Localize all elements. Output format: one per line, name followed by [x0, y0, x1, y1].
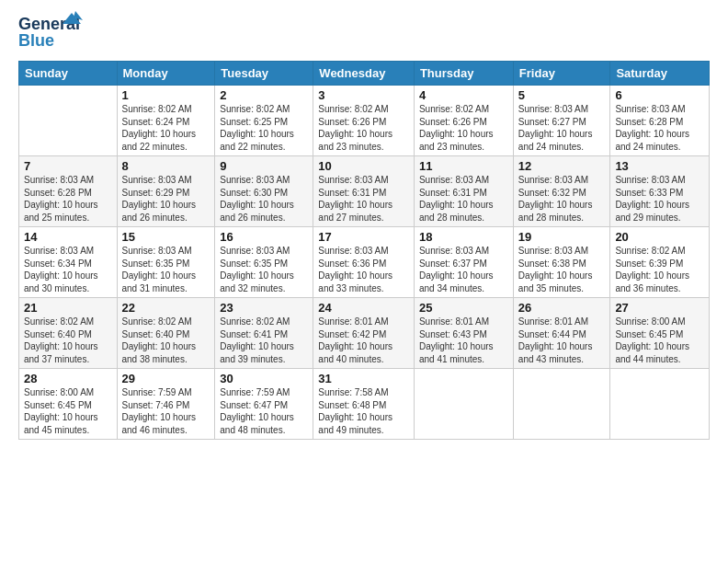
day-info: Sunrise: 8:00 AMSunset: 6:45 PMDaylight:… [24, 386, 112, 436]
day-info: Sunrise: 8:02 AMSunset: 6:26 PMDaylight:… [318, 103, 409, 153]
day-number: 8 [122, 159, 210, 173]
calendar-cell [19, 86, 118, 156]
calendar-cell: 4Sunrise: 8:02 AMSunset: 6:26 PMDaylight… [414, 86, 513, 156]
calendar-cell: 19Sunrise: 8:03 AMSunset: 6:38 PMDayligh… [513, 227, 610, 298]
week-row-1: 1Sunrise: 8:02 AMSunset: 6:24 PMDaylight… [19, 86, 710, 156]
day-info: Sunrise: 7:58 AMSunset: 6:48 PMDaylight:… [318, 386, 409, 436]
calendar-cell: 23Sunrise: 8:02 AMSunset: 6:41 PMDayligh… [215, 298, 313, 369]
calendar-cell: 27Sunrise: 8:00 AMSunset: 6:45 PMDayligh… [610, 298, 710, 369]
day-info: Sunrise: 7:59 AMSunset: 7:46 PMDaylight:… [122, 386, 210, 436]
weekday-header-thursday: Thursday [414, 62, 513, 86]
calendar-cell [414, 369, 513, 440]
calendar-cell: 30Sunrise: 7:59 AMSunset: 6:47 PMDayligh… [215, 369, 313, 440]
day-number: 24 [318, 301, 409, 315]
day-number: 25 [419, 301, 508, 315]
day-number: 7 [24, 159, 112, 173]
day-number: 19 [518, 230, 606, 244]
day-number: 15 [122, 230, 210, 244]
calendar-cell [513, 369, 610, 440]
day-info: Sunrise: 8:03 AMSunset: 6:35 PMDaylight:… [220, 245, 308, 294]
day-info: Sunrise: 8:03 AMSunset: 6:37 PMDaylight:… [419, 245, 508, 294]
day-number: 17 [318, 230, 409, 244]
day-info: Sunrise: 7:59 AMSunset: 6:47 PMDaylight:… [220, 386, 308, 436]
day-number: 16 [220, 230, 308, 244]
day-number: 26 [518, 301, 606, 315]
day-info: Sunrise: 8:00 AMSunset: 6:45 PMDaylight:… [615, 316, 704, 365]
day-info: Sunrise: 8:03 AMSunset: 6:38 PMDaylight:… [518, 245, 606, 294]
weekday-header-sunday: Sunday [19, 62, 118, 86]
day-info: Sunrise: 8:03 AMSunset: 6:33 PMDaylight:… [615, 174, 704, 224]
day-info: Sunrise: 8:03 AMSunset: 6:30 PMDaylight:… [220, 174, 308, 224]
calendar-cell: 13Sunrise: 8:03 AMSunset: 6:33 PMDayligh… [610, 156, 710, 227]
day-number: 5 [518, 88, 606, 102]
calendar-cell: 2Sunrise: 8:02 AMSunset: 6:25 PMDaylight… [215, 86, 313, 156]
day-info: Sunrise: 8:02 AMSunset: 6:40 PMDaylight:… [24, 316, 112, 365]
day-number: 18 [419, 230, 508, 244]
week-row-4: 21Sunrise: 8:02 AMSunset: 6:40 PMDayligh… [19, 298, 710, 369]
day-number: 21 [24, 301, 112, 315]
calendar-cell: 3Sunrise: 8:02 AMSunset: 6:26 PMDaylight… [313, 86, 415, 156]
calendar-cell: 29Sunrise: 7:59 AMSunset: 7:46 PMDayligh… [117, 369, 215, 440]
day-number: 10 [318, 159, 409, 173]
day-info: Sunrise: 8:03 AMSunset: 6:31 PMDaylight:… [318, 174, 409, 224]
calendar-cell: 18Sunrise: 8:03 AMSunset: 6:37 PMDayligh… [414, 227, 513, 298]
day-number: 14 [24, 230, 112, 244]
calendar-cell: 22Sunrise: 8:02 AMSunset: 6:40 PMDayligh… [117, 298, 215, 369]
weekday-header-saturday: Saturday [610, 62, 710, 86]
day-number: 3 [318, 88, 409, 102]
day-info: Sunrise: 8:02 AMSunset: 6:39 PMDaylight:… [615, 245, 704, 294]
day-info: Sunrise: 8:03 AMSunset: 6:35 PMDaylight:… [122, 245, 210, 294]
day-number: 2 [220, 88, 308, 102]
day-info: Sunrise: 8:02 AMSunset: 6:24 PMDaylight:… [122, 103, 210, 153]
calendar-cell: 16Sunrise: 8:03 AMSunset: 6:35 PMDayligh… [215, 227, 313, 298]
day-info: Sunrise: 8:02 AMSunset: 6:40 PMDaylight:… [122, 316, 210, 365]
calendar-cell: 12Sunrise: 8:03 AMSunset: 6:32 PMDayligh… [513, 156, 610, 227]
day-number: 22 [122, 301, 210, 315]
day-info: Sunrise: 8:01 AMSunset: 6:43 PMDaylight:… [419, 316, 508, 365]
day-info: Sunrise: 8:01 AMSunset: 6:42 PMDaylight:… [318, 316, 409, 365]
calendar-cell: 5Sunrise: 8:03 AMSunset: 6:27 PMDaylight… [513, 86, 610, 156]
logo-bird-icon [61, 11, 83, 37]
logo: General Blue [18, 15, 66, 52]
day-info: Sunrise: 8:02 AMSunset: 6:41 PMDaylight:… [220, 316, 308, 365]
day-number: 4 [419, 88, 508, 102]
calendar-cell: 14Sunrise: 8:03 AMSunset: 6:34 PMDayligh… [19, 227, 118, 298]
calendar-cell: 8Sunrise: 8:03 AMSunset: 6:29 PMDaylight… [117, 156, 215, 227]
day-info: Sunrise: 8:03 AMSunset: 6:36 PMDaylight:… [318, 245, 409, 294]
day-number: 20 [615, 230, 704, 244]
day-info: Sunrise: 8:03 AMSunset: 6:27 PMDaylight:… [518, 103, 606, 153]
calendar-cell: 31Sunrise: 7:58 AMSunset: 6:48 PMDayligh… [313, 369, 415, 440]
day-number: 6 [615, 88, 704, 102]
calendar-cell: 28Sunrise: 8:00 AMSunset: 6:45 PMDayligh… [19, 369, 118, 440]
weekday-header-monday: Monday [117, 62, 215, 86]
day-number: 30 [220, 372, 308, 385]
weekday-header-tuesday: Tuesday [215, 62, 313, 86]
day-info: Sunrise: 8:03 AMSunset: 6:32 PMDaylight:… [518, 174, 606, 224]
calendar-cell: 25Sunrise: 8:01 AMSunset: 6:43 PMDayligh… [414, 298, 513, 369]
day-info: Sunrise: 8:03 AMSunset: 6:28 PMDaylight:… [24, 174, 112, 224]
day-number: 28 [24, 372, 112, 385]
day-number: 9 [220, 159, 308, 173]
day-number: 27 [615, 301, 704, 315]
day-info: Sunrise: 8:02 AMSunset: 6:26 PMDaylight:… [419, 103, 508, 153]
calendar-cell: 24Sunrise: 8:01 AMSunset: 6:42 PMDayligh… [313, 298, 415, 369]
calendar-cell: 10Sunrise: 8:03 AMSunset: 6:31 PMDayligh… [313, 156, 415, 227]
week-row-2: 7Sunrise: 8:03 AMSunset: 6:28 PMDaylight… [19, 156, 710, 227]
calendar-cell: 20Sunrise: 8:02 AMSunset: 6:39 PMDayligh… [610, 227, 710, 298]
calendar-cell: 6Sunrise: 8:03 AMSunset: 6:28 PMDaylight… [610, 86, 710, 156]
day-number: 11 [419, 159, 508, 173]
day-number: 12 [518, 159, 606, 173]
page: General Blue SundayMondayTuesdayWednesda… [0, 0, 728, 563]
day-number: 23 [220, 301, 308, 315]
week-row-5: 28Sunrise: 8:00 AMSunset: 6:45 PMDayligh… [19, 369, 710, 440]
day-info: Sunrise: 8:01 AMSunset: 6:44 PMDaylight:… [518, 316, 606, 365]
day-info: Sunrise: 8:03 AMSunset: 6:31 PMDaylight:… [419, 174, 508, 224]
day-number: 29 [122, 372, 210, 385]
day-number: 13 [615, 159, 704, 173]
day-info: Sunrise: 8:03 AMSunset: 6:29 PMDaylight:… [122, 174, 210, 224]
calendar-cell: 11Sunrise: 8:03 AMSunset: 6:31 PMDayligh… [414, 156, 513, 227]
calendar-cell: 15Sunrise: 8:03 AMSunset: 6:35 PMDayligh… [117, 227, 215, 298]
calendar-cell: 7Sunrise: 8:03 AMSunset: 6:28 PMDaylight… [19, 156, 118, 227]
week-row-3: 14Sunrise: 8:03 AMSunset: 6:34 PMDayligh… [19, 227, 710, 298]
header: General Blue [18, 15, 710, 52]
